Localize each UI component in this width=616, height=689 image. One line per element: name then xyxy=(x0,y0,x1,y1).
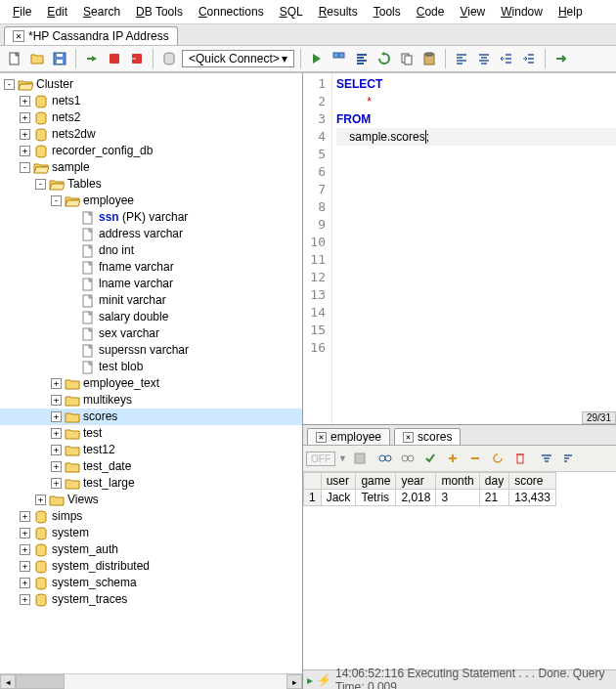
expand-icon[interactable]: + xyxy=(51,445,62,455)
disconnect-button[interactable] xyxy=(127,49,147,68)
new-file-button[interactable] xyxy=(5,49,24,68)
save-button[interactable] xyxy=(50,49,69,68)
expand-icon[interactable]: + xyxy=(51,428,62,439)
menu-results[interactable]: Results xyxy=(312,3,365,21)
column-header-month[interactable]: month xyxy=(436,473,479,490)
column-header-game[interactable]: game xyxy=(356,473,396,490)
expand-icon[interactable]: + xyxy=(35,495,46,505)
column-header-score[interactable]: score xyxy=(509,473,556,490)
db-sample[interactable]: -sample xyxy=(0,159,302,176)
column-header-year[interactable]: year xyxy=(396,473,436,490)
expand-icon[interactable]: + xyxy=(51,395,62,406)
expand-icon[interactable]: + xyxy=(20,594,30,605)
column-header-user[interactable]: user xyxy=(321,473,356,490)
db-cylinder-icon[interactable] xyxy=(159,49,179,68)
menu-db-tools[interactable]: DB Tools xyxy=(129,3,190,21)
db-system_schema[interactable]: +system_schema xyxy=(0,575,302,591)
add-row-button[interactable] xyxy=(443,449,462,468)
glasses-icon[interactable] xyxy=(375,449,395,468)
expand-icon[interactable]: + xyxy=(20,561,30,572)
paste-button[interactable] xyxy=(419,49,439,68)
menu-sql[interactable]: SQL xyxy=(273,3,310,21)
menu-connections[interactable]: Connections xyxy=(192,3,271,21)
sql-code[interactable]: SELECT * FROM sample.scores; xyxy=(332,73,616,424)
cluster-root[interactable]: -Cluster xyxy=(0,76,302,93)
menu-code[interactable]: Code xyxy=(410,3,452,21)
column-ssn[interactable]: ssn (PK) varchar xyxy=(0,209,302,226)
column-superssn[interactable]: superssn varchar xyxy=(0,342,302,359)
column-fname[interactable]: fname varchar xyxy=(0,259,302,276)
table-row[interactable]: 1JackTetris2,01832113,433 xyxy=(304,490,556,506)
refresh-button[interactable] xyxy=(374,49,394,68)
expand-icon[interactable]: + xyxy=(20,129,30,140)
apply-button[interactable] xyxy=(420,449,440,468)
column-salary[interactable]: salary double xyxy=(0,309,302,325)
table-employee_text[interactable]: +employee_text xyxy=(0,375,302,392)
db-system_distributed[interactable]: +system_distributed xyxy=(0,558,302,575)
column-dno[interactable]: dno int xyxy=(0,242,302,259)
expand-icon[interactable]: + xyxy=(51,378,62,389)
column-sex[interactable]: sex varchar xyxy=(0,325,302,342)
expand-icon[interactable]: + xyxy=(20,544,30,555)
run-arrow-button[interactable] xyxy=(307,49,327,68)
column-test[interactable]: test blob xyxy=(0,359,302,375)
rollback-button[interactable] xyxy=(488,449,507,468)
collapse-icon[interactable]: - xyxy=(51,195,62,206)
collapse-icon[interactable]: - xyxy=(35,179,46,190)
sql-editor[interactable]: 12345678910111213141516 SELECT * FROM sa… xyxy=(303,73,616,425)
menu-file[interactable]: File xyxy=(6,3,38,21)
align-left-button[interactable] xyxy=(452,49,471,68)
menu-search[interactable]: Search xyxy=(76,3,127,21)
tables-folder[interactable]: -Tables xyxy=(0,176,302,193)
open-folder-button[interactable] xyxy=(27,49,47,68)
collapse-icon[interactable]: - xyxy=(20,162,30,173)
table-employee[interactable]: -employee xyxy=(0,193,302,209)
file-tab[interactable]: ✕ *HP Cassandra IP Address xyxy=(4,26,178,45)
column-address[interactable]: address varchar xyxy=(0,226,302,242)
connect-button[interactable] xyxy=(82,49,102,68)
db-simps[interactable]: +simps xyxy=(0,508,302,525)
expand-icon[interactable]: + xyxy=(20,112,30,123)
tree-horizontal-scrollbar[interactable]: ◂ ▸ xyxy=(0,673,302,689)
expand-icon[interactable]: + xyxy=(20,578,30,588)
db-nets1[interactable]: +nets1 xyxy=(0,93,302,109)
format-button[interactable] xyxy=(352,49,372,68)
table-scores[interactable]: +scores xyxy=(0,409,302,425)
result-tab-scores[interactable]: ✕scores xyxy=(394,428,461,445)
close-icon[interactable]: ✕ xyxy=(403,432,414,443)
menu-edit[interactable]: Edit xyxy=(40,3,74,21)
result-tab-employee[interactable]: ✕employee xyxy=(307,428,390,445)
views-folder[interactable]: +Views xyxy=(0,492,302,508)
run-selection-button[interactable] xyxy=(330,49,349,68)
off-toggle[interactable]: OFF xyxy=(306,452,335,466)
menu-help[interactable]: Help xyxy=(551,3,590,21)
scroll-right-icon[interactable]: ▸ xyxy=(286,674,302,689)
table-test_large[interactable]: +test_large xyxy=(0,475,302,492)
column-minit[interactable]: minit varchar xyxy=(0,292,302,309)
goto-arrow-button[interactable] xyxy=(551,49,571,68)
indent-out-button[interactable] xyxy=(497,49,516,68)
chevron-down-icon[interactable]: ▼ xyxy=(338,453,347,463)
expand-icon[interactable]: + xyxy=(20,146,30,156)
expand-icon[interactable]: + xyxy=(51,411,62,422)
expand-icon[interactable]: + xyxy=(20,511,30,522)
result-grid[interactable]: usergameyearmonthdayscore1JackTetris2,01… xyxy=(303,472,616,669)
glasses-off-icon[interactable] xyxy=(398,449,418,468)
expand-icon[interactable]: + xyxy=(51,461,62,472)
close-icon[interactable]: ✕ xyxy=(13,30,24,42)
result-save-button[interactable] xyxy=(350,449,370,468)
db-system_auth[interactable]: +system_auth xyxy=(0,541,302,558)
expand-icon[interactable]: + xyxy=(20,96,30,107)
close-icon[interactable]: ✕ xyxy=(316,432,327,443)
column-lname[interactable]: lname varchar xyxy=(0,276,302,292)
db-recorder_config_db[interactable]: +recorder_config_db xyxy=(0,143,302,159)
scroll-left-icon[interactable]: ◂ xyxy=(0,674,16,689)
align-center-button[interactable] xyxy=(474,49,494,68)
db-nets2dw[interactable]: +nets2dw xyxy=(0,126,302,143)
quick-connect-dropdown[interactable]: <Quick Connect> ▾ xyxy=(182,50,294,67)
table-test12[interactable]: +test12 xyxy=(0,442,302,458)
db-nets2[interactable]: +nets2 xyxy=(0,109,302,126)
table-multikeys[interactable]: +multikeys xyxy=(0,392,302,409)
column-header-day[interactable]: day xyxy=(479,473,508,490)
delete-row-button[interactable] xyxy=(510,449,530,468)
